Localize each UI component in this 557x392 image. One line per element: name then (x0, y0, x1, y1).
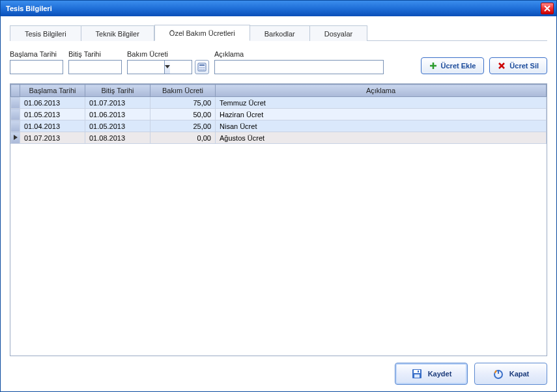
cell-bitis[interactable]: 01.08.2013 (85, 132, 150, 144)
cell-bitis[interactable]: 01.06.2013 (85, 109, 150, 120)
kapat-button[interactable]: Kapat (474, 363, 547, 385)
grid-header-baslama[interactable]: Başlama Tarihi (20, 85, 85, 97)
tab-ozel-bakim-ucretleri[interactable]: Özel Bakım Ücretleri (154, 25, 250, 41)
baslama-label: Başlama Tarihi (10, 50, 63, 58)
grid-header-bakim[interactable]: Bakım Ücreti (150, 85, 216, 97)
cell-bakim[interactable]: 50,00 (150, 109, 216, 120)
table-row[interactable]: 01.06.2013 01.07.2013 75,00 Temmuz Ücret (11, 97, 547, 109)
svg-point-5 (199, 69, 201, 70)
body: Tesis Bilgileri Teknik Bilgiler Özel Bak… (1, 16, 556, 391)
row-indicator (11, 109, 20, 120)
tab-tesis-bilgileri[interactable]: Tesis Bilgileri (10, 25, 81, 41)
table-row[interactable]: 01.04.2013 01.05.2013 25,00 Nisan Ücret (11, 120, 547, 132)
table-row[interactable]: 01.07.2013 01.08.2013 0,00 Ağustos Ücret (11, 132, 547, 144)
grid-header-indicator (11, 85, 20, 97)
baslama-combo[interactable] (10, 60, 63, 74)
svg-rect-9 (414, 370, 420, 373)
grid-header-row: Başlama Tarihi Bitiş Tarihi Bakım Ücreti… (11, 85, 547, 97)
bitis-label: Bitiş Tarihi (68, 50, 122, 58)
footer-buttons: Kaydet Kapat (10, 363, 547, 385)
bakim-label: Bakım Ücreti (127, 50, 209, 58)
aciklama-input[interactable] (214, 60, 384, 74)
row-indicator-current (11, 132, 20, 144)
ucret-ekle-button[interactable]: Ücret Ekle (421, 57, 485, 74)
cell-aciklama[interactable]: Temmuz Ücret (216, 97, 547, 109)
ucret-ekle-label: Ücret Ekle (441, 62, 476, 70)
power-icon (493, 368, 504, 380)
bitis-group: Bitiş Tarihi (68, 50, 122, 74)
kapat-label: Kapat (509, 370, 530, 378)
ucret-sil-button[interactable]: Ücret Sil (489, 57, 547, 74)
tab-dosyalar[interactable]: Dosyalar (310, 25, 367, 41)
window-close-button[interactable] (541, 3, 554, 14)
tab-bar: Tesis Bilgileri Teknik Bilgiler Özel Bak… (10, 21, 547, 41)
svg-point-6 (201, 69, 203, 70)
cell-bitis[interactable]: 01.05.2013 (85, 120, 150, 132)
cell-aciklama[interactable]: Nisan Ücret (216, 120, 547, 132)
bitis-dropdown-button[interactable] (164, 61, 170, 74)
bitis-input[interactable] (69, 61, 164, 74)
svg-rect-11 (418, 371, 419, 372)
kaydet-button[interactable]: Kaydet (395, 363, 468, 385)
svg-point-4 (203, 67, 205, 68)
row-indicator (11, 97, 20, 109)
row-indicator (11, 120, 20, 132)
form-row: Başlama Tarihi Bitiş Tarihi (10, 50, 547, 74)
calculator-icon (197, 63, 207, 72)
table-row[interactable]: 01.05.2013 01.06.2013 50,00 Haziran Ücre… (11, 109, 547, 120)
delete-icon (498, 62, 506, 70)
cell-baslama[interactable]: 01.07.2013 (20, 132, 85, 144)
cell-bakim[interactable]: 75,00 (150, 97, 216, 109)
cell-bitis[interactable]: 01.07.2013 (85, 97, 150, 109)
ucret-sil-label: Ücret Sil (509, 62, 539, 70)
chevron-down-icon (165, 65, 170, 69)
tab-barkodlar[interactable]: Barkodlar (250, 25, 310, 41)
cell-bakim[interactable]: 0,00 (150, 132, 216, 144)
kaydet-label: Kaydet (428, 370, 452, 378)
window-title: Tesis Bilgileri (6, 5, 541, 12)
aciklama-group: Açıklama (214, 50, 384, 74)
save-icon (411, 368, 423, 380)
plus-icon (429, 62, 437, 70)
svg-point-7 (203, 69, 205, 70)
svg-rect-1 (199, 64, 205, 66)
calculator-button[interactable] (195, 60, 209, 74)
bitis-combo[interactable] (68, 60, 122, 74)
tab-teknik-bilgiler[interactable]: Teknik Bilgiler (81, 25, 154, 41)
grid-header-bitis[interactable]: Bitiş Tarihi (85, 85, 150, 97)
baslama-group: Başlama Tarihi (10, 50, 63, 74)
svg-rect-10 (414, 374, 420, 378)
cell-aciklama[interactable]: Ağustos Ücret (216, 132, 547, 144)
cell-aciklama[interactable]: Haziran Ücret (216, 109, 547, 120)
cell-bakim[interactable]: 25,00 (150, 120, 216, 132)
cell-baslama[interactable]: 01.06.2013 (20, 97, 85, 109)
grid-header-aciklama[interactable]: Açıklama (216, 85, 547, 97)
titlebar: Tesis Bilgileri (1, 1, 556, 16)
close-icon (544, 5, 550, 12)
grid[interactable]: Başlama Tarihi Bitiş Tarihi Bakım Ücreti… (10, 84, 547, 144)
aciklama-label: Açıklama (214, 50, 384, 58)
svg-point-3 (201, 67, 203, 68)
grid-container: Başlama Tarihi Bitiş Tarihi Bakım Ücreti… (10, 83, 547, 356)
svg-point-2 (199, 67, 201, 68)
cell-baslama[interactable]: 01.04.2013 (20, 120, 85, 132)
window: Tesis Bilgileri Tesis Bilgileri Teknik B… (0, 0, 557, 392)
cell-baslama[interactable]: 01.05.2013 (20, 109, 85, 120)
row-pointer-icon (13, 134, 18, 141)
